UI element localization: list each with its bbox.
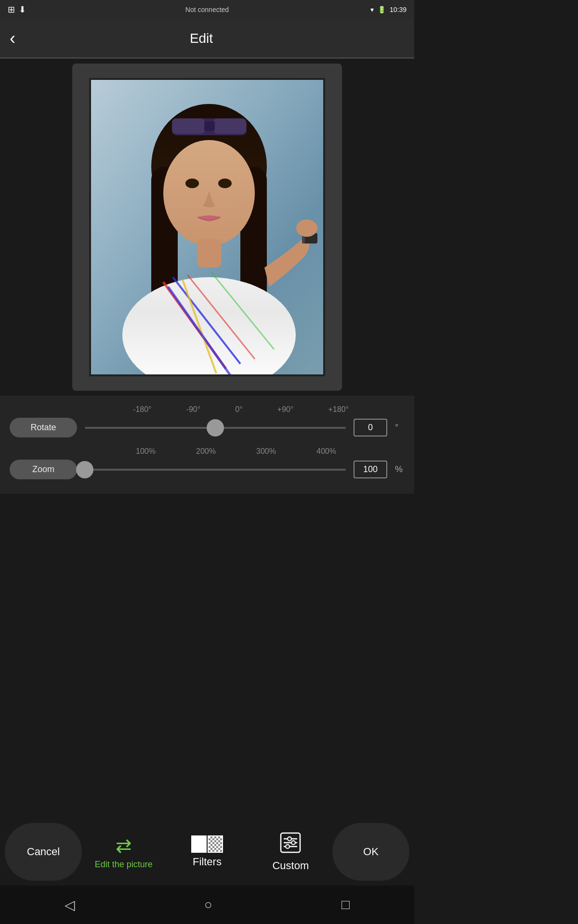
nav-recent-button[interactable]: □ <box>342 897 350 912</box>
nav-back-button[interactable]: ◁ <box>65 897 75 913</box>
svg-point-29 <box>286 845 289 848</box>
zoom-row: Zoom % <box>10 460 405 479</box>
svg-point-10 <box>218 179 232 188</box>
zoom-slider-container[interactable] <box>85 460 346 479</box>
rotate-label-plus90: +90° <box>277 405 294 414</box>
zoom-unit: % <box>395 464 405 475</box>
status-bar-right: ▾ 🔋 10:39 <box>370 6 407 13</box>
filter-checker-square <box>208 835 223 853</box>
edit-picture-button[interactable]: ⇄ Edit the picture <box>82 818 165 886</box>
download-icon: ⬇ <box>19 4 26 15</box>
controls-area: -180° -90° 0° +90° +180° Rotate ° 100% 2… <box>0 396 414 494</box>
svg-rect-11 <box>197 239 221 268</box>
zoom-thumb[interactable] <box>76 461 93 478</box>
status-bar: ⊞ ⬇ Not connected ▾ 🔋 10:39 <box>0 0 414 19</box>
zoom-label-300: 300% <box>256 447 276 456</box>
system-nav: ◁ ○ □ <box>0 886 414 924</box>
svg-rect-5 <box>172 118 205 134</box>
cancel-label: Cancel <box>27 846 60 858</box>
rotate-label-plus180: +180° <box>328 405 348 414</box>
bottom-toolbar: Cancel ⇄ Edit the picture Filters Custom <box>0 818 414 886</box>
rotate-label-minus90: -90° <box>186 405 201 414</box>
image-area <box>0 59 414 396</box>
nav-home-button[interactable]: ○ <box>204 897 212 912</box>
svg-point-27 <box>288 837 291 841</box>
zoom-track <box>85 469 346 471</box>
zoom-label-100: 100% <box>136 447 156 456</box>
connection-status: Not connected <box>185 6 229 13</box>
zoom-labels: 100% 200% 300% 400% <box>10 447 405 456</box>
rotate-label-minus180: -180° <box>133 405 151 414</box>
filters-button[interactable]: Filters <box>165 818 249 886</box>
filters-label: Filters <box>193 856 222 868</box>
clock: 10:39 <box>390 6 407 13</box>
custom-button[interactable]: Custom <box>249 818 332 886</box>
zoom-label-400: 400% <box>316 447 336 456</box>
custom-label: Custom <box>272 860 309 872</box>
battery-icon: 🔋 <box>378 6 386 13</box>
svg-point-28 <box>291 841 295 845</box>
rotate-track <box>85 427 346 429</box>
portrait-svg <box>91 80 325 376</box>
rotate-value-input[interactable] <box>354 419 387 436</box>
rotate-row: Rotate ° <box>10 418 405 437</box>
top-nav: ‹ Edit <box>0 19 414 58</box>
rotate-slider-container[interactable] <box>85 418 346 437</box>
rotate-thumb[interactable] <box>207 419 224 436</box>
status-bar-icons: ⊞ ⬇ <box>8 4 26 15</box>
photo-inner <box>89 78 325 376</box>
custom-icon <box>280 832 301 857</box>
zoom-value-input[interactable] <box>354 461 387 478</box>
rotate-section: -180° -90° 0° +90° +180° Rotate ° <box>10 405 405 437</box>
cancel-button[interactable]: Cancel <box>5 823 82 881</box>
rotate-labels: -180° -90° 0° +90° +180° <box>10 405 405 414</box>
svg-rect-7 <box>204 121 215 131</box>
filters-icon <box>191 835 223 853</box>
photo-frame <box>72 64 342 391</box>
filter-solid-square <box>191 835 207 853</box>
svg-point-9 <box>185 179 199 188</box>
screenshot-icon: ⊞ <box>8 4 15 15</box>
back-button[interactable]: ‹ <box>10 30 15 47</box>
rotate-button[interactable]: Rotate <box>10 418 77 437</box>
zoom-section: 100% 200% 300% 400% Zoom % <box>10 447 405 479</box>
svg-point-22 <box>296 219 317 237</box>
rotate-unit: ° <box>395 423 405 433</box>
zoom-label-200: 200% <box>196 447 216 456</box>
wifi-icon: ▾ <box>370 6 374 13</box>
edit-picture-icon: ⇄ <box>116 834 132 857</box>
edit-picture-label: Edit the picture <box>95 860 153 870</box>
page-title: Edit <box>25 31 378 46</box>
ok-button[interactable]: OK <box>332 823 409 881</box>
rotate-label-0: 0° <box>235 405 242 414</box>
svg-rect-6 <box>213 118 246 134</box>
ok-label: OK <box>363 846 379 858</box>
zoom-button[interactable]: Zoom <box>10 460 77 479</box>
